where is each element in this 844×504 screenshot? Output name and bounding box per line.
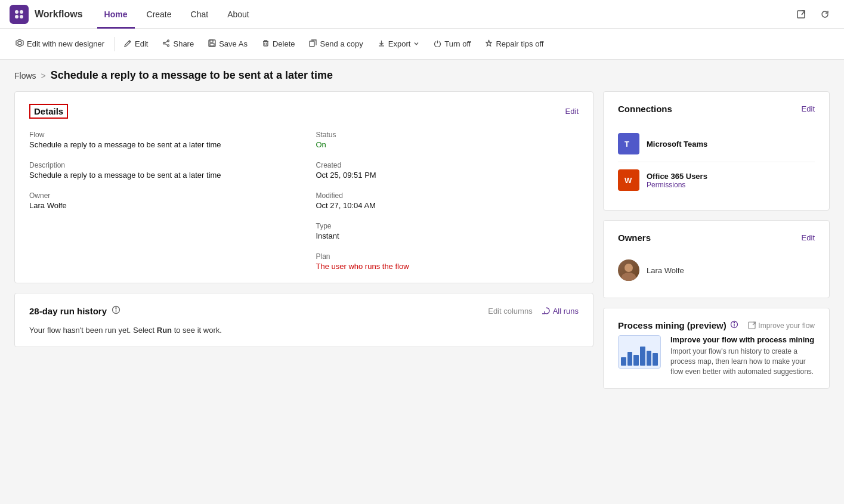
svg-rect-18 [310, 41, 314, 47]
divider-1 [114, 37, 115, 51]
save-as-icon [208, 39, 216, 49]
send-copy-icon [309, 39, 317, 49]
delete-label: Delete [273, 39, 295, 48]
svg-point-22 [116, 308, 116, 308]
delete-button[interactable]: Delete [256, 36, 301, 52]
svg-text:W: W [625, 176, 632, 185]
main-layout: Details Edit Flow Schedule a reply to a … [0, 86, 844, 403]
nav-item-chat[interactable]: Chat [184, 0, 216, 29]
svg-point-9 [163, 42, 165, 44]
details-card-header: Details Edit [29, 104, 579, 119]
pm-heading: Improve your flow with process mining [670, 335, 815, 344]
logo-area: Workflows [10, 5, 83, 24]
edit-new-designer-button[interactable]: Edit with new designer [10, 35, 110, 52]
share-button[interactable]: Share [156, 36, 200, 52]
rh-title: 28-day run history [29, 306, 107, 316]
svg-line-10 [165, 41, 168, 43]
detail-plan-label: Plan [316, 252, 579, 261]
details-title: Details [29, 104, 68, 119]
nav-right [792, 5, 834, 24]
repair-tips-button[interactable]: Repair tips off [479, 36, 549, 52]
pm-improve-link[interactable]: Improve your flow [748, 321, 815, 330]
owner-name: Lara Wolfe [647, 266, 684, 275]
details-grid: Flow Schedule a reply to a message to be… [29, 131, 579, 271]
detail-modified-label: Modified [316, 191, 579, 200]
connection-item-office: W Office 365 Users Permissions [618, 162, 815, 198]
save-as-button[interactable]: Save As [202, 36, 253, 52]
left-column: Details Edit Flow Schedule a reply to a … [14, 91, 593, 389]
office-info: Office 365 Users Permissions [647, 172, 707, 189]
detail-status-label: Status [316, 131, 579, 139]
run-empty-run-link[interactable]: Run [157, 326, 172, 335]
run-history-header: 28-day run history Edit columns [29, 305, 579, 316]
edit-label: Edit [135, 39, 148, 48]
connection-item-teams: T Microsoft Teams [618, 126, 815, 162]
pm-bar-6 [653, 353, 658, 366]
edit-button[interactable]: Edit [118, 36, 154, 52]
rh-all-runs-link[interactable]: All runs [542, 307, 579, 316]
breadcrumb-separator: > [41, 71, 46, 81]
svg-rect-15 [264, 42, 268, 46]
detail-created-label: Created [316, 161, 579, 169]
pm-description: Import your flow's run history to create… [670, 347, 815, 376]
export-label: Export [388, 39, 411, 48]
connections-title: Connections [618, 104, 672, 114]
export-dropdown-icon [413, 39, 419, 48]
details-card: Details Edit Flow Schedule a reply to a … [14, 91, 593, 283]
connections-edit-link[interactable]: Edit [802, 104, 815, 113]
details-edit-link[interactable]: Edit [565, 107, 579, 116]
pm-bar-5 [647, 351, 652, 366]
run-empty-message: Your flow hasn't been run yet. Select Ru… [29, 326, 579, 335]
rh-edit-columns-button[interactable]: Edit columns [488, 307, 532, 316]
pm-bar-3 [633, 355, 639, 366]
expand-icon[interactable] [792, 5, 811, 24]
nav-item-create[interactable]: Create [140, 0, 179, 29]
detail-owner-value: Lara Wolfe [29, 201, 292, 210]
owners-edit-link[interactable]: Edit [802, 233, 815, 242]
svg-point-26 [622, 273, 636, 281]
refresh-icon[interactable] [815, 5, 834, 24]
detail-plan: Plan The user who runs the flow [316, 252, 579, 271]
svg-point-1 [20, 10, 23, 14]
owners-header: Owners Edit [618, 233, 815, 243]
detail-empty [29, 222, 292, 240]
detail-modified: Modified Oct 27, 10:04 AM [316, 191, 579, 210]
breadcrumb-current: Schedule a reply to a message to be sent… [51, 69, 333, 82]
detail-type-value: Instant [316, 231, 579, 240]
edit-new-designer-icon [16, 39, 24, 49]
pm-body: Improve your flow with process mining Im… [618, 335, 815, 376]
svg-point-7 [168, 40, 169, 42]
pm-title: Process mining (preview) [618, 320, 726, 330]
detail-modified-value: Oct 27, 10:04 AM [316, 201, 579, 210]
detail-description: Description Schedule a reply to a messag… [29, 161, 292, 180]
share-icon [162, 39, 170, 49]
export-button[interactable]: Export [372, 36, 426, 52]
breadcrumb-flows-link[interactable]: Flows [14, 71, 36, 81]
run-empty-suffix: to see it work. [172, 326, 222, 335]
owners-title: Owners [618, 233, 651, 243]
detail-created-value: Oct 25, 09:51 PM [316, 171, 579, 180]
rh-info-icon[interactable] [112, 305, 120, 316]
teams-name: Microsoft Teams [647, 140, 707, 149]
svg-marker-5 [16, 39, 23, 47]
detail-description-label: Description [29, 161, 292, 169]
detail-flow: Flow Schedule a reply to a message to be… [29, 131, 292, 149]
breadcrumb: Flows > Schedule a reply to a message to… [0, 60, 844, 86]
svg-text:T: T [625, 140, 629, 149]
svg-line-11 [165, 44, 168, 45]
edit-icon [124, 39, 132, 49]
app-logo-icon [10, 5, 29, 24]
svg-rect-30 [749, 322, 755, 329]
detail-description-value: Schedule a reply to a message to be sent… [29, 171, 292, 180]
nav-item-about[interactable]: About [220, 0, 256, 29]
app-title: Workflows [35, 9, 83, 20]
share-label: Share [173, 39, 194, 48]
send-copy-button[interactable]: Send a copy [303, 36, 369, 52]
office-permissions-link[interactable]: Permissions [647, 181, 707, 189]
turn-off-button[interactable]: Turn off [428, 36, 477, 52]
rh-title-row: 28-day run history [29, 305, 120, 316]
pm-bar-2 [627, 352, 633, 366]
pm-info-icon[interactable] [730, 320, 738, 330]
repair-tips-label: Repair tips off [496, 39, 543, 48]
nav-item-home[interactable]: Home [97, 0, 135, 29]
